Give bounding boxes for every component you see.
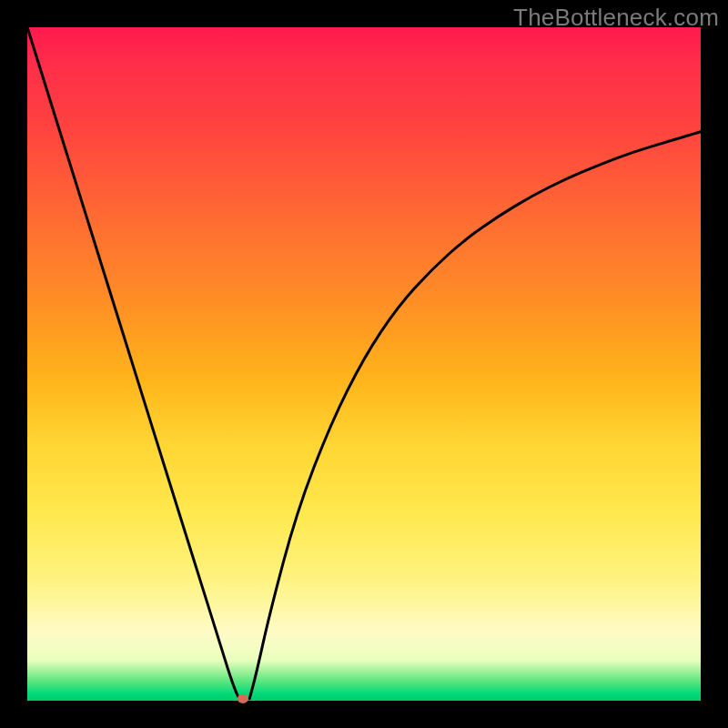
curve-right-branch: [249, 132, 701, 699]
plot-area: [27, 27, 701, 701]
chart-frame: TheBottleneck.com: [0, 0, 728, 728]
min-marker: [238, 694, 248, 703]
watermark-text: TheBottleneck.com: [513, 4, 719, 32]
curve-layer: [27, 27, 701, 701]
curve-left-branch: [27, 27, 239, 699]
